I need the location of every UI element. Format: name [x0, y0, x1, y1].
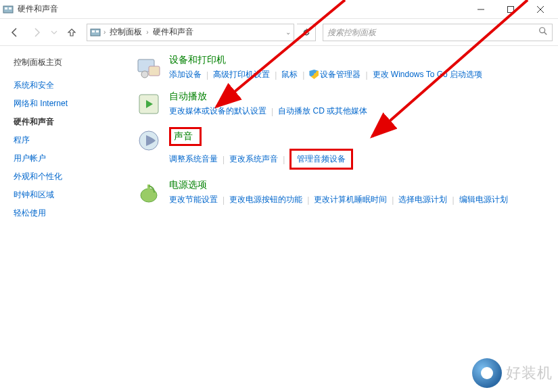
svg-point-14	[141, 71, 148, 78]
category-title[interactable]: 自动播放	[169, 91, 207, 103]
category-sublink[interactable]: 添加设备	[169, 69, 202, 80]
sidebar-item[interactable]: 程序	[14, 131, 122, 149]
category: 电源选项更改节能设置|更改电源按钮的功能|更改计算机睡眠时间|选择电源计划|编辑…	[135, 179, 551, 206]
svg-rect-1	[5, 7, 7, 9]
category-sublink[interactable]: 更改 Windows To Go 启动选项	[373, 69, 482, 80]
search-box[interactable]	[323, 24, 553, 41]
category-icon	[135, 54, 162, 81]
separator: |	[307, 195, 309, 205]
sidebar-item[interactable]: 时钟和区域	[14, 186, 122, 204]
watermark: 好装机	[472, 358, 553, 388]
breadcrumb-current[interactable]: 硬件和声音	[152, 26, 195, 38]
sidebar-item[interactable]: 网络和 Internet	[14, 95, 122, 113]
minimize-button[interactable]	[466, 0, 496, 19]
main-panel: 设备和打印机添加设备|高级打印机设置|鼠标|设备管理器|更改 Windows T…	[129, 46, 558, 392]
sidebar-item[interactable]: 用户帐户	[14, 149, 122, 168]
category-sublink[interactable]: 管理音频设备	[289, 149, 353, 170]
category-icon	[135, 179, 162, 206]
window-title: 硬件和声音	[18, 3, 466, 15]
svg-rect-2	[9, 7, 11, 9]
category: 设备和打印机添加设备|高级打印机设置|鼠标|设备管理器|更改 Windows T…	[135, 54, 551, 81]
chevron-right-icon[interactable]: ›	[145, 28, 149, 36]
content-area: 控制面板主页 系统和安全网络和 Internet硬件和声音程序用户帐户外观和个性…	[0, 46, 558, 392]
category-sublink[interactable]: 更改计算机睡眠时间	[314, 194, 387, 205]
svg-point-10	[540, 28, 545, 33]
sidebar: 控制面板主页 系统和安全网络和 Internet硬件和声音程序用户帐户外观和个性…	[0, 46, 129, 392]
svg-line-11	[544, 32, 547, 35]
separator: |	[392, 195, 394, 205]
category: 自动播放更改媒体或设备的默认设置|自动播放 CD 或其他媒体	[135, 91, 551, 118]
back-button[interactable]	[5, 23, 24, 42]
history-dropdown[interactable]	[49, 23, 60, 42]
toolbar: › 控制面板 › 硬件和声音 ⌄	[0, 19, 558, 46]
svg-rect-9	[96, 30, 99, 32]
sidebar-item[interactable]: 外观和个性化	[14, 168, 122, 186]
category-title[interactable]: 声音	[169, 127, 202, 146]
category-sublink[interactable]: 自动播放 CD 或其他媒体	[278, 105, 367, 117]
breadcrumb-dropdown-icon[interactable]: ⌄	[285, 28, 291, 36]
watermark-icon	[472, 358, 502, 388]
refresh-button[interactable]	[297, 24, 316, 41]
separator: |	[283, 155, 285, 164]
category-sublink[interactable]: 更改电源按钮的功能	[229, 194, 302, 205]
window-titlebar: 硬件和声音	[0, 0, 558, 19]
search-icon[interactable]	[538, 26, 548, 38]
category-sublink[interactable]: 设备管理器	[309, 69, 361, 80]
category-sublink[interactable]: 调整系统音量	[169, 153, 218, 165]
category-sublink[interactable]: 更改系统声音	[229, 153, 278, 165]
category-sublink[interactable]: 选择电源计划	[398, 194, 447, 205]
category-icon	[135, 91, 162, 118]
maximize-button[interactable]	[496, 0, 526, 19]
chevron-right-icon[interactable]: ›	[102, 28, 107, 36]
separator: |	[271, 107, 273, 116]
svg-rect-13	[149, 66, 160, 76]
separator: |	[275, 70, 277, 80]
sidebar-item[interactable]: 系统和安全	[14, 76, 122, 95]
category-sublink[interactable]: 更改媒体或设备的默认设置	[169, 105, 266, 117]
svg-rect-8	[92, 30, 95, 32]
category: 声音调整系统音量|更改系统声音|管理音频设备	[135, 127, 551, 170]
up-button[interactable]	[62, 23, 81, 42]
close-button[interactable]	[526, 0, 555, 19]
search-input[interactable]	[327, 28, 538, 37]
category-sublink[interactable]: 编辑电源计划	[459, 194, 508, 205]
sidebar-heading[interactable]: 控制面板主页	[14, 57, 122, 68]
sidebar-item[interactable]: 轻松使用	[14, 204, 122, 222]
watermark-text: 好装机	[506, 363, 553, 383]
separator: |	[302, 70, 304, 80]
category-sublink[interactable]: 更改节能设置	[169, 194, 218, 205]
category-sublink[interactable]: 鼠标	[281, 69, 298, 80]
separator: |	[223, 195, 225, 205]
svg-rect-4	[508, 6, 514, 12]
breadcrumb-root[interactable]: 控制面板	[108, 26, 143, 38]
control-panel-icon	[90, 27, 101, 38]
forward-button[interactable]	[27, 23, 46, 42]
category-title[interactable]: 电源选项	[169, 179, 207, 191]
separator: |	[365, 70, 367, 80]
separator: |	[206, 70, 208, 80]
sidebar-item[interactable]: 硬件和声音	[14, 113, 122, 131]
breadcrumb[interactable]: › 控制面板 › 硬件和声音 ⌄	[87, 24, 294, 41]
category-sublink[interactable]: 高级打印机设置	[213, 69, 270, 80]
category-title[interactable]: 设备和打印机	[169, 54, 226, 66]
category-icon	[135, 127, 162, 154]
separator: |	[452, 195, 454, 205]
control-panel-icon	[3, 4, 14, 15]
separator: |	[223, 155, 225, 164]
